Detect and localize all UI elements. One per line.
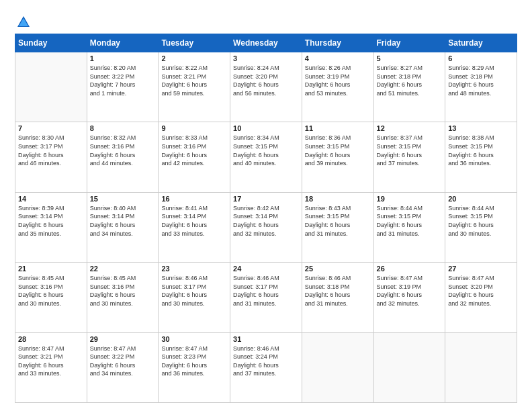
logo bbox=[15, 15, 31, 30]
calendar-cell: 13Sunrise: 8:38 AM Sunset: 3:15 PM Dayli… bbox=[445, 122, 517, 192]
day-number: 18 bbox=[305, 195, 371, 203]
calendar-cell: 4Sunrise: 8:26 AM Sunset: 3:19 PM Daylig… bbox=[302, 52, 373, 122]
day-info: Sunrise: 8:30 AM Sunset: 3:17 PM Dayligh… bbox=[18, 134, 84, 167]
day-info: Sunrise: 8:47 AM Sunset: 3:20 PM Dayligh… bbox=[448, 274, 514, 308]
calendar-page: SundayMondayTuesdayWednesdayThursdayFrid… bbox=[0, 0, 532, 411]
calendar-cell: 23Sunrise: 8:46 AM Sunset: 3:17 PM Dayli… bbox=[159, 263, 230, 332]
calendar-cell bbox=[445, 332, 517, 402]
day-number: 25 bbox=[305, 265, 371, 273]
calendar-cell: 8Sunrise: 8:32 AM Sunset: 3:16 PM Daylig… bbox=[87, 122, 159, 192]
day-number: 15 bbox=[90, 195, 156, 203]
calendar-cell: 17Sunrise: 8:42 AM Sunset: 3:14 PM Dayli… bbox=[230, 192, 302, 262]
col-header-wednesday: Wednesday bbox=[230, 34, 302, 52]
day-info: Sunrise: 8:47 AM Sunset: 3:23 PM Dayligh… bbox=[161, 345, 227, 378]
day-number: 13 bbox=[448, 124, 514, 132]
calendar-cell: 20Sunrise: 8:44 AM Sunset: 3:15 PM Dayli… bbox=[445, 192, 517, 262]
calendar-cell: 11Sunrise: 8:36 AM Sunset: 3:15 PM Dayli… bbox=[302, 122, 373, 192]
day-info: Sunrise: 8:41 AM Sunset: 3:14 PM Dayligh… bbox=[161, 204, 227, 238]
logo-icon bbox=[16, 15, 31, 30]
week-row-1: 1Sunrise: 8:20 AM Sunset: 3:22 PM Daylig… bbox=[15, 52, 517, 122]
day-number: 16 bbox=[161, 195, 227, 203]
calendar-cell: 16Sunrise: 8:41 AM Sunset: 3:14 PM Dayli… bbox=[159, 192, 230, 262]
week-row-5: 28Sunrise: 8:47 AM Sunset: 3:21 PM Dayli… bbox=[15, 332, 517, 402]
day-number: 21 bbox=[18, 265, 84, 273]
calendar-cell: 19Sunrise: 8:44 AM Sunset: 3:15 PM Dayli… bbox=[373, 192, 445, 262]
day-number: 5 bbox=[377, 54, 443, 62]
day-number: 19 bbox=[377, 195, 443, 203]
calendar-cell: 22Sunrise: 8:45 AM Sunset: 3:16 PM Dayli… bbox=[87, 263, 159, 332]
day-number: 6 bbox=[448, 54, 514, 62]
day-number: 11 bbox=[305, 124, 371, 132]
calendar-header-row: SundayMondayTuesdayWednesdayThursdayFrid… bbox=[15, 34, 517, 52]
day-info: Sunrise: 8:47 AM Sunset: 3:19 PM Dayligh… bbox=[377, 274, 443, 308]
day-number: 9 bbox=[161, 124, 227, 132]
week-row-4: 21Sunrise: 8:45 AM Sunset: 3:16 PM Dayli… bbox=[15, 263, 517, 332]
day-info: Sunrise: 8:45 AM Sunset: 3:16 PM Dayligh… bbox=[18, 274, 84, 308]
day-info: Sunrise: 8:33 AM Sunset: 3:16 PM Dayligh… bbox=[161, 134, 227, 167]
day-info: Sunrise: 8:27 AM Sunset: 3:18 PM Dayligh… bbox=[377, 64, 443, 97]
day-info: Sunrise: 8:47 AM Sunset: 3:22 PM Dayligh… bbox=[90, 345, 156, 378]
calendar-table: SundayMondayTuesdayWednesdayThursdayFrid… bbox=[15, 34, 517, 403]
col-header-friday: Friday bbox=[373, 34, 445, 52]
calendar-cell bbox=[302, 332, 373, 402]
col-header-sunday: Sunday bbox=[15, 34, 87, 52]
calendar-cell: 18Sunrise: 8:43 AM Sunset: 3:15 PM Dayli… bbox=[302, 192, 373, 262]
day-number: 29 bbox=[90, 335, 156, 343]
calendar-cell: 25Sunrise: 8:46 AM Sunset: 3:18 PM Dayli… bbox=[302, 263, 373, 332]
calendar-cell: 15Sunrise: 8:40 AM Sunset: 3:14 PM Dayli… bbox=[87, 192, 159, 262]
day-info: Sunrise: 8:46 AM Sunset: 3:17 PM Dayligh… bbox=[233, 274, 299, 308]
day-number: 4 bbox=[305, 54, 371, 62]
day-number: 3 bbox=[233, 54, 299, 62]
day-number: 23 bbox=[161, 265, 227, 273]
day-number: 14 bbox=[18, 195, 84, 203]
day-number: 24 bbox=[233, 265, 299, 273]
day-info: Sunrise: 8:44 AM Sunset: 3:15 PM Dayligh… bbox=[448, 204, 514, 238]
day-number: 30 bbox=[161, 335, 227, 343]
calendar-cell: 9Sunrise: 8:33 AM Sunset: 3:16 PM Daylig… bbox=[159, 122, 230, 192]
day-info: Sunrise: 8:20 AM Sunset: 3:22 PM Dayligh… bbox=[90, 64, 156, 97]
day-info: Sunrise: 8:45 AM Sunset: 3:16 PM Dayligh… bbox=[90, 274, 156, 308]
calendar-cell: 27Sunrise: 8:47 AM Sunset: 3:20 PM Dayli… bbox=[445, 263, 517, 332]
day-info: Sunrise: 8:38 AM Sunset: 3:15 PM Dayligh… bbox=[448, 134, 514, 167]
calendar-cell bbox=[373, 332, 445, 402]
day-info: Sunrise: 8:36 AM Sunset: 3:15 PM Dayligh… bbox=[305, 134, 371, 167]
day-number: 26 bbox=[377, 265, 443, 273]
day-number: 10 bbox=[233, 124, 299, 132]
day-info: Sunrise: 8:37 AM Sunset: 3:15 PM Dayligh… bbox=[377, 134, 443, 167]
day-info: Sunrise: 8:22 AM Sunset: 3:21 PM Dayligh… bbox=[161, 64, 227, 97]
day-info: Sunrise: 8:29 AM Sunset: 3:18 PM Dayligh… bbox=[448, 64, 514, 97]
day-number: 27 bbox=[448, 265, 514, 273]
calendar-cell: 7Sunrise: 8:30 AM Sunset: 3:17 PM Daylig… bbox=[15, 122, 87, 192]
day-number: 7 bbox=[18, 124, 84, 132]
col-header-monday: Monday bbox=[87, 34, 159, 52]
calendar-cell: 28Sunrise: 8:47 AM Sunset: 3:21 PM Dayli… bbox=[15, 332, 87, 402]
day-info: Sunrise: 8:47 AM Sunset: 3:21 PM Dayligh… bbox=[18, 345, 84, 378]
calendar-cell: 5Sunrise: 8:27 AM Sunset: 3:18 PM Daylig… bbox=[373, 52, 445, 122]
day-number: 22 bbox=[90, 265, 156, 273]
day-info: Sunrise: 8:24 AM Sunset: 3:20 PM Dayligh… bbox=[233, 64, 299, 97]
calendar-cell: 31Sunrise: 8:46 AM Sunset: 3:24 PM Dayli… bbox=[230, 332, 302, 402]
day-info: Sunrise: 8:46 AM Sunset: 3:17 PM Dayligh… bbox=[161, 274, 227, 308]
calendar-cell: 21Sunrise: 8:45 AM Sunset: 3:16 PM Dayli… bbox=[15, 263, 87, 332]
col-header-thursday: Thursday bbox=[302, 34, 373, 52]
calendar-cell: 24Sunrise: 8:46 AM Sunset: 3:17 PM Dayli… bbox=[230, 263, 302, 332]
day-info: Sunrise: 8:42 AM Sunset: 3:14 PM Dayligh… bbox=[233, 204, 299, 238]
week-row-2: 7Sunrise: 8:30 AM Sunset: 3:17 PM Daylig… bbox=[15, 122, 517, 192]
day-number: 17 bbox=[233, 195, 299, 203]
day-number: 31 bbox=[233, 335, 299, 343]
day-info: Sunrise: 8:32 AM Sunset: 3:16 PM Dayligh… bbox=[90, 134, 156, 167]
day-info: Sunrise: 8:40 AM Sunset: 3:14 PM Dayligh… bbox=[90, 204, 156, 238]
day-info: Sunrise: 8:46 AM Sunset: 3:24 PM Dayligh… bbox=[233, 345, 299, 378]
calendar-cell: 2Sunrise: 8:22 AM Sunset: 3:21 PM Daylig… bbox=[159, 52, 230, 122]
calendar-cell: 30Sunrise: 8:47 AM Sunset: 3:23 PM Dayli… bbox=[159, 332, 230, 402]
day-number: 2 bbox=[161, 54, 227, 62]
day-number: 28 bbox=[18, 335, 84, 343]
day-number: 12 bbox=[377, 124, 443, 132]
calendar-cell: 3Sunrise: 8:24 AM Sunset: 3:20 PM Daylig… bbox=[230, 52, 302, 122]
calendar-cell: 12Sunrise: 8:37 AM Sunset: 3:15 PM Dayli… bbox=[373, 122, 445, 192]
calendar-cell: 14Sunrise: 8:39 AM Sunset: 3:14 PM Dayli… bbox=[15, 192, 87, 262]
calendar-cell bbox=[15, 52, 87, 122]
col-header-tuesday: Tuesday bbox=[159, 34, 230, 52]
calendar-cell: 1Sunrise: 8:20 AM Sunset: 3:22 PM Daylig… bbox=[87, 52, 159, 122]
day-info: Sunrise: 8:44 AM Sunset: 3:15 PM Dayligh… bbox=[377, 204, 443, 238]
